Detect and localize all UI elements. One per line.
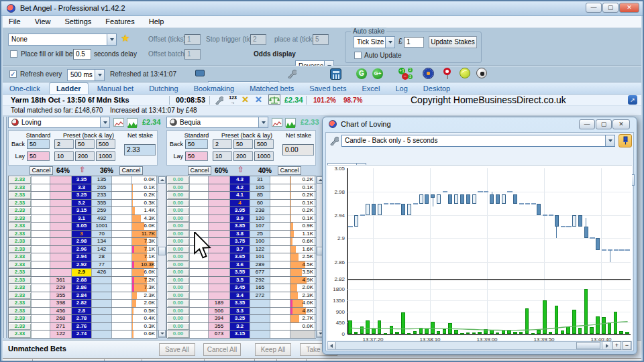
strategy-combo[interactable]: None bbox=[8, 34, 117, 46]
back-order-cell[interactable] bbox=[190, 284, 209, 292]
cancel-back-button[interactable]: Cancel bbox=[30, 166, 53, 175]
lay-order-cell[interactable] bbox=[270, 253, 290, 261]
preset-back-field[interactable]: 50 bbox=[233, 139, 253, 149]
lay-queue-cell[interactable]: 189 bbox=[209, 300, 230, 307]
lay-order-cell[interactable] bbox=[112, 269, 132, 276]
back-order-cell[interactable] bbox=[32, 300, 50, 307]
menu-view[interactable]: View bbox=[29, 16, 57, 27]
minimize-button[interactable]: — bbox=[586, 3, 602, 13]
lay-queue-cell[interactable] bbox=[209, 215, 230, 223]
preset-lay-field[interactable]: 200 bbox=[75, 152, 95, 161]
tab-bookmaking[interactable]: Bookmaking bbox=[187, 83, 241, 94]
price-cell[interactable]: 4 bbox=[230, 200, 250, 207]
auto-stake-mode-combo[interactable]: Tick Size bbox=[354, 36, 395, 48]
maximize-button[interactable]: ▢ bbox=[602, 3, 619, 13]
lay-order-cell[interactable] bbox=[270, 277, 290, 284]
lay-order-cell[interactable] bbox=[112, 284, 132, 292]
back-queue-cell[interactable]: 233 bbox=[92, 192, 112, 199]
price-cell[interactable]: 3.6 bbox=[230, 261, 250, 269]
back-order-cell[interactable] bbox=[32, 215, 50, 223]
dartboard-icon[interactable] bbox=[423, 68, 434, 79]
price-cell[interactable]: 3.65 bbox=[230, 253, 250, 261]
cancel-all-button[interactable]: Cancel All bbox=[203, 343, 241, 356]
lay-queue-cell[interactable]: 361 bbox=[50, 277, 72, 284]
wrench-icon[interactable] bbox=[287, 69, 297, 78]
lay-order-cell[interactable] bbox=[270, 300, 290, 307]
lay-queue-cell[interactable] bbox=[209, 261, 230, 269]
lay-queue-cell[interactable] bbox=[50, 184, 72, 192]
preset-lay-field[interactable]: 200 bbox=[233, 152, 253, 161]
refresh-interval-combo[interactable]: 500 ms bbox=[67, 69, 105, 81]
lay-queue-cell[interactable] bbox=[50, 231, 72, 238]
chart-zoom-out-button[interactable]: − bbox=[623, 341, 631, 350]
lay-queue-cell[interactable] bbox=[50, 223, 72, 230]
back-order-cell[interactable] bbox=[32, 292, 50, 300]
lay-order-cell[interactable] bbox=[112, 207, 132, 215]
back-order-cell[interactable] bbox=[32, 207, 50, 215]
lay-queue-cell[interactable]: 122 bbox=[50, 330, 72, 338]
back-queue-cell[interactable]: 101 bbox=[250, 253, 270, 261]
lay-order-cell[interactable] bbox=[112, 308, 132, 315]
lay-order-cell[interactable] bbox=[112, 192, 132, 199]
lay-order-cell[interactable] bbox=[112, 315, 132, 322]
price-cell[interactable]: 2.76 bbox=[72, 323, 92, 330]
back-order-cell[interactable] bbox=[190, 330, 209, 338]
scroll-up-button[interactable] bbox=[158, 176, 166, 184]
lay-queue-cell[interactable] bbox=[209, 292, 230, 300]
auto-stake-amount-field[interactable]: 1 bbox=[404, 37, 424, 48]
lay-order-cell[interactable] bbox=[112, 253, 132, 261]
back-queue-cell[interactable]: 142 bbox=[92, 246, 112, 253]
pin-button[interactable] bbox=[619, 134, 632, 147]
lay-queue-cell[interactable] bbox=[50, 253, 72, 261]
lay-queue-cell[interactable]: 456 bbox=[50, 308, 72, 315]
back-queue-cell[interactable]: 107 bbox=[250, 223, 270, 230]
tab-dutching[interactable]: Dutching bbox=[142, 83, 184, 94]
lay-order-cell[interactable] bbox=[270, 200, 290, 207]
scroll-thumb[interactable] bbox=[158, 247, 166, 255]
lay-queue-cell[interactable] bbox=[209, 192, 230, 199]
back-queue-cell[interactable] bbox=[250, 315, 270, 322]
tab-ladder[interactable]: Ladder bbox=[49, 82, 89, 94]
back-order-cell[interactable] bbox=[190, 223, 209, 230]
lay-order-cell[interactable] bbox=[112, 231, 132, 238]
title-bar[interactable]: Bet Angel - Professional v1.42.2 — ▢ ✕ bbox=[1, 1, 643, 16]
back-stake-field[interactable]: 50 bbox=[185, 139, 208, 149]
cancel-lay-button[interactable]: Cancel bbox=[278, 166, 301, 175]
back-order-cell[interactable] bbox=[190, 300, 209, 307]
lay-order-cell[interactable] bbox=[112, 176, 132, 184]
lay-queue-cell[interactable]: 271 bbox=[50, 323, 72, 330]
chart-scrollbar-thumb[interactable] bbox=[576, 342, 600, 349]
back-queue-cell[interactable]: 85 bbox=[250, 192, 270, 199]
lay-order-cell[interactable] bbox=[112, 223, 132, 230]
lay-order-cell[interactable] bbox=[112, 300, 132, 307]
price-cell[interactable]: 3 bbox=[72, 231, 92, 238]
back-queue-cell[interactable]: 165 bbox=[250, 284, 270, 292]
price-cell[interactable]: 3.15 bbox=[72, 207, 92, 215]
price-cell[interactable]: 2.96 bbox=[72, 246, 92, 253]
chart-maximize-button[interactable]: ▢ bbox=[596, 119, 612, 129]
back-queue-cell[interactable]: 492 bbox=[92, 215, 112, 223]
chart-settings-wrench-icon[interactable] bbox=[329, 136, 339, 145]
price-cell[interactable]: 2.92 bbox=[72, 261, 92, 269]
lay-queue-cell[interactable]: 268 bbox=[50, 315, 72, 322]
preset-lay-field[interactable]: 1000 bbox=[96, 152, 115, 161]
line-chart-icon[interactable] bbox=[272, 118, 282, 127]
menu-settings[interactable]: Settings bbox=[59, 16, 98, 27]
back-order-cell[interactable] bbox=[190, 315, 209, 322]
lay-queue-cell[interactable]: 506 bbox=[209, 308, 230, 315]
lay-queue-cell[interactable] bbox=[209, 223, 230, 230]
lay-queue-cell[interactable] bbox=[209, 277, 230, 284]
back-queue-cell[interactable] bbox=[250, 323, 270, 330]
lay-queue-cell[interactable] bbox=[50, 246, 72, 253]
offset-ticks-field[interactable]: 1 bbox=[184, 34, 201, 45]
price-cell[interactable]: 2.86 bbox=[72, 284, 92, 292]
lay-order-cell[interactable] bbox=[270, 261, 290, 269]
back-order-cell[interactable] bbox=[32, 223, 50, 230]
back-order-cell[interactable] bbox=[32, 284, 50, 292]
fok-delay-field[interactable]: 0.5 bbox=[73, 49, 91, 60]
lay-order-cell[interactable] bbox=[112, 215, 132, 223]
fok-checkbox[interactable] bbox=[10, 50, 17, 58]
back-order-cell[interactable] bbox=[32, 323, 50, 330]
chart-window[interactable]: Chart of Loving — ▢ ✕ Candle - Back only… bbox=[322, 117, 637, 355]
area-chart-icon[interactable] bbox=[127, 118, 138, 127]
